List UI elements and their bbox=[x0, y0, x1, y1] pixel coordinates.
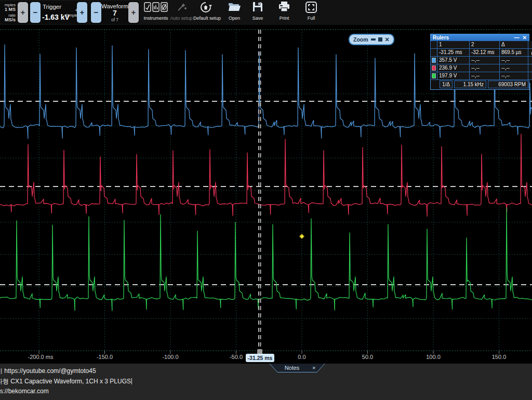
note-line-1: 비 https://youtube.com/@gymtoto45 bbox=[0, 367, 96, 376]
rulers-minimize-button[interactable]: — bbox=[514, 35, 520, 41]
rulers-column-1: 1 bbox=[437, 41, 470, 49]
axis-tick-label: -100.0 bbox=[162, 354, 178, 360]
waveform-count: of 7 bbox=[101, 17, 128, 22]
channel-b-ruler-2: --,-- bbox=[469, 64, 500, 72]
auto-setup-label: Auto setup bbox=[169, 16, 194, 21]
print-button[interactable]: Print bbox=[272, 1, 297, 24]
default-setup-label: Default setup bbox=[193, 16, 218, 21]
axis-tick-label: -200.0 ms bbox=[28, 354, 54, 360]
channel-c-trace bbox=[0, 208, 532, 311]
notes-tab[interactable]: Notes × bbox=[269, 364, 327, 373]
instruments-label: Instruments bbox=[143, 16, 168, 21]
full-label: Full bbox=[299, 16, 324, 21]
open-button[interactable]: Open bbox=[222, 1, 247, 24]
time-ruler-2-value: -32.12 ms bbox=[469, 49, 500, 57]
notes-tab-label: Notes bbox=[269, 365, 315, 371]
zoom-overlay-label: Zoom bbox=[353, 36, 368, 43]
channel-a-delta: --,-- bbox=[499, 57, 528, 64]
notes-tab-close-icon[interactable]: × bbox=[312, 365, 315, 371]
delta-frequency: 1.15 kHz bbox=[454, 81, 486, 88]
zoom-overlay: Zoom ✕ bbox=[349, 34, 394, 45]
axis-tick-label: 0.0 bbox=[298, 354, 305, 360]
full-icon bbox=[299, 1, 324, 16]
time-delta-value: 869.5 µs bbox=[499, 49, 528, 57]
rulers-footer-row: 1/Δ 1.15 kHz 69003 RPM bbox=[431, 80, 529, 89]
rulers-channel-b-row: 236.9 V --,-- --,-- bbox=[431, 64, 529, 72]
channel-a-ruler-1: 357.5 V bbox=[437, 57, 470, 64]
save-icon bbox=[245, 1, 270, 16]
samples-increase-button[interactable]: + bbox=[18, 2, 28, 23]
zoom-minimize-icon[interactable] bbox=[371, 38, 376, 41]
channel-c-ruler-1: 197.9 V bbox=[437, 72, 470, 80]
full-button[interactable]: Full bbox=[299, 1, 324, 24]
rulers-channel-c-row: 197.9 V --,-- --,-- bbox=[431, 72, 529, 80]
open-label: Open bbox=[222, 16, 247, 21]
axis-tick-label: 150.0 bbox=[492, 354, 507, 360]
auto-setup-icon bbox=[169, 1, 194, 16]
save-label: Save bbox=[245, 16, 270, 21]
axis-tick-label: -150.0 bbox=[97, 354, 113, 360]
save-button[interactable]: Save bbox=[245, 1, 270, 24]
trigger-decrease-button[interactable]: − bbox=[30, 2, 41, 23]
print-icon bbox=[272, 1, 297, 16]
zoom-close-icon[interactable]: ✕ bbox=[385, 37, 390, 42]
waveform-next-button[interactable]: + bbox=[128, 2, 139, 23]
notes-bar[interactable]: Notes × 비 https://youtube.com/@gymtoto45… bbox=[0, 364, 532, 400]
rulers-close-button[interactable]: ✕ bbox=[523, 35, 527, 41]
time-ruler-1-value: -31.25 ms bbox=[437, 49, 470, 57]
note-line-3: ps://bekomcar.com bbox=[0, 388, 49, 395]
rulers-panel-title: Rulers bbox=[433, 35, 511, 41]
instruments-button[interactable]: Instruments bbox=[143, 1, 168, 24]
trigger-increase-button[interactable]: + bbox=[77, 2, 87, 23]
rulers-panel: Rulers — ✕ 1 2 Δ -31.25 ms -32.12 ms 869… bbox=[430, 34, 529, 90]
rulers-header-row: 1 2 Δ bbox=[431, 41, 529, 49]
channel-c-delta: --,-- bbox=[499, 72, 528, 80]
trigger-title: Trigger bbox=[43, 4, 61, 10]
instruments-icon bbox=[143, 1, 168, 16]
waveform-number: 7 bbox=[101, 9, 128, 17]
zoom-window-icon[interactable] bbox=[378, 37, 382, 42]
rulers-channel-a-row: 357.5 V --,-- --,-- bbox=[431, 57, 529, 64]
toolbar: mples 1 MS rate MS/s + − Trigger -1.63 k… bbox=[0, 0, 532, 25]
rulers-time-row: -31.25 ms -32.12 ms 869.5 µs bbox=[431, 49, 529, 57]
default-setup-icon bbox=[193, 1, 218, 16]
samples-panel[interactable]: mples 1 MS rate MS/s + bbox=[0, 1, 30, 24]
open-icon bbox=[222, 1, 247, 16]
waveform-marker-diamond[interactable] bbox=[299, 234, 304, 238]
waveform-buffer-info: Waveform 7 of 7 bbox=[101, 1, 128, 22]
waveform-previous-button[interactable]: − bbox=[91, 2, 101, 23]
waveform-buffer-panel[interactable]: − Waveform 7 of 7 + bbox=[90, 1, 140, 24]
rulers-column-delta: Δ bbox=[499, 41, 528, 49]
axis-tick-label: 50.0 bbox=[362, 354, 373, 360]
text-cursor bbox=[131, 378, 132, 384]
note-line-2: 파형 CX1 Capactive Waveform, 1CH x 3 PLUGS bbox=[0, 377, 132, 386]
channel-c-ruler-2: --,-- bbox=[469, 72, 500, 80]
channel-b-ruler-1: 236.9 V bbox=[437, 64, 470, 72]
axis-tick-label: -50.0 bbox=[230, 354, 243, 360]
default-setup-button[interactable]: Default setup bbox=[193, 1, 218, 24]
auto-setup-button: Auto setup bbox=[169, 1, 194, 24]
oscilloscope-window: mples 1 MS rate MS/s + − Trigger -1.63 k… bbox=[0, 0, 532, 400]
samples-value: 1 MS bbox=[0, 7, 16, 12]
time-ruler-value[interactable]: -31.25 ms bbox=[246, 354, 274, 362]
channel-b-swatch bbox=[432, 65, 436, 71]
channel-a-swatch bbox=[432, 58, 436, 63]
print-label: Print bbox=[272, 16, 297, 21]
axis-tick-label: 100.0 bbox=[426, 354, 441, 360]
channel-b-delta: --,-- bbox=[499, 64, 528, 72]
trigger-panel[interactable]: − Trigger -1.63 kV A 49.8 % Simple edge … bbox=[29, 1, 88, 24]
channel-a-ruler-2: --,-- bbox=[469, 57, 500, 64]
one-over-delta-label: 1/Δ bbox=[440, 81, 453, 88]
channel-b-trace bbox=[0, 134, 532, 216]
delta-rpm: 69003 RPM bbox=[488, 81, 528, 88]
channel-c-swatch bbox=[432, 73, 436, 78]
rulers-column-2: 2 bbox=[469, 41, 500, 49]
samplerate-value: MS/s bbox=[0, 18, 16, 22]
